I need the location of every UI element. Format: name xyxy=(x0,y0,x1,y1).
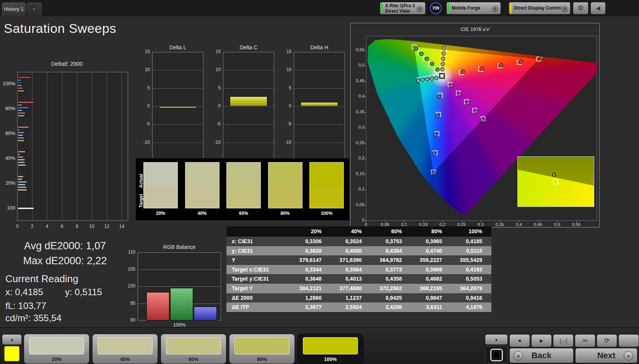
table-cell: 0,4185 xyxy=(451,238,482,244)
current-y: y: 0,5115 xyxy=(65,287,102,297)
gridline xyxy=(223,106,274,107)
actual-swatch xyxy=(227,162,260,185)
de-bar-80% xyxy=(18,115,25,117)
refresh-button[interactable]: ⟳ xyxy=(597,334,617,347)
gridline xyxy=(294,70,345,70)
tab-history-1[interactable]: History 1 xyxy=(2,2,26,16)
current-fl: fL: 103,77 xyxy=(5,301,46,311)
table-row: Target y:CIE310,36480,40130,43580,46820,… xyxy=(226,274,491,284)
chevron-down-icon[interactable]: ▼ xyxy=(491,5,499,12)
y-tick-label: 0 xyxy=(208,103,221,109)
step-button[interactable]: [↔] xyxy=(553,334,574,347)
pattern-button-80%[interactable]: 80% xyxy=(229,334,294,364)
next-button[interactable]: Next » xyxy=(575,348,637,363)
stop-button[interactable]: ■ xyxy=(509,334,530,347)
de-bar-80% xyxy=(18,107,29,109)
meter-dropdown[interactable]: X-Rite i1Pro 3 Direct View ▼ xyxy=(380,2,426,15)
source-dropdown[interactable]: Mobile Forge ▼ xyxy=(446,2,501,15)
table-cell: 0,9416 xyxy=(451,295,482,301)
pattern-button-100%[interactable]: 100% xyxy=(298,334,363,364)
new-tab-button[interactable]: + xyxy=(27,2,42,16)
y-tick-label: -10 xyxy=(278,140,291,145)
de-bar-100 xyxy=(18,207,34,210)
y-tick-label: 0 xyxy=(137,103,150,109)
pattern-window-up-button[interactable]: ▲ xyxy=(485,334,508,345)
y-tick-label: 0 xyxy=(351,218,364,222)
x-tick-label: 8 xyxy=(72,224,81,229)
y-tick xyxy=(364,205,366,206)
swatch-level-label: 60% xyxy=(223,211,265,216)
source-name: Mobile Forge xyxy=(452,5,480,11)
play-button[interactable]: ▶ xyxy=(531,334,552,347)
gridline xyxy=(294,143,345,143)
actual-marker-magenta xyxy=(474,110,478,114)
pattern-button-40%[interactable]: 40% xyxy=(93,334,158,364)
y-tick-label: 15 xyxy=(278,49,291,54)
y-tick xyxy=(364,174,366,175)
pattern-label: 100% xyxy=(298,356,363,362)
table-row: ΔE ITP2,36772,59242,42063,63114,1876 xyxy=(226,302,491,312)
current-pattern-swatch[interactable] xyxy=(4,346,20,361)
pattern-swatch xyxy=(234,337,289,354)
de-bar-40% xyxy=(18,153,20,156)
de-bar-100% xyxy=(18,87,23,89)
y-tick xyxy=(364,50,366,51)
extra-button[interactable] xyxy=(618,334,639,347)
table-row: Target Y384,2121377,4680372,2862368,2195… xyxy=(226,284,491,293)
table-cell: 0,4740 xyxy=(411,248,442,254)
chevron-down-icon[interactable]: ▼ xyxy=(561,5,568,12)
table-cell: 372,2862 xyxy=(371,285,402,291)
cie-zoom-inset xyxy=(517,156,594,207)
target-swatch xyxy=(144,185,177,208)
x-tick-label: 10 xyxy=(87,224,96,229)
table-cell: 2,3677 xyxy=(291,304,322,310)
table-cell: 1,1237 xyxy=(331,295,362,301)
inset-target-marker xyxy=(553,179,558,184)
colorspace-badge[interactable]: 709 xyxy=(430,2,442,14)
y-tick-label: 10 xyxy=(278,67,291,72)
actual-marker-red xyxy=(499,63,503,67)
table-cell: 0,4193 xyxy=(451,266,482,273)
next-button-label: Next xyxy=(597,351,616,360)
back-button[interactable]: « Back xyxy=(509,348,574,363)
gridline xyxy=(294,106,345,107)
gridline xyxy=(294,124,345,125)
swatch-pair-60% xyxy=(226,162,261,208)
pattern-window-button[interactable] xyxy=(485,346,508,363)
x-tick xyxy=(519,221,519,222)
pattern-button-60%[interactable]: 60% xyxy=(161,334,226,364)
inset-actual-marker xyxy=(552,173,556,177)
group-label: 100 xyxy=(0,205,15,211)
y-tick-label: 100 xyxy=(122,283,135,289)
display-control-dropdown[interactable]: Direct Display Control ▼ xyxy=(509,2,571,15)
table-cell: 0,3773 xyxy=(371,266,402,273)
x-tick-label: 0 xyxy=(13,224,22,229)
actual-marker-magenta xyxy=(466,101,470,105)
actual-marker-cyan xyxy=(416,79,420,83)
gridline xyxy=(77,72,77,221)
x-tick xyxy=(538,221,538,222)
table-cell: 0,3969 xyxy=(411,266,442,273)
y-tick xyxy=(364,66,366,66)
rgb-balance-title: RGB Balance xyxy=(138,244,221,250)
de-bar-100% xyxy=(18,76,31,79)
swatch-pair-40% xyxy=(185,162,220,208)
actual-marker-blue xyxy=(434,133,437,137)
pattern-list-up-button[interactable]: ▲ xyxy=(2,334,22,345)
y-tick-label: 0,05 xyxy=(351,202,364,207)
gridline xyxy=(122,72,122,221)
back-button-label: Back xyxy=(532,351,552,360)
y-tick-label: 5 xyxy=(278,85,291,91)
y-tick-label: -10 xyxy=(208,140,221,145)
collapse-panel-button[interactable]: ◀ xyxy=(590,2,606,15)
pattern-button-20%[interactable]: 20% xyxy=(24,334,89,364)
settings-button[interactable]: ⚙ xyxy=(573,2,589,15)
loop-button[interactable]: ∞ xyxy=(575,334,595,347)
chevron-down-icon[interactable]: ▼ xyxy=(416,5,423,12)
group-label: 100% xyxy=(0,81,15,86)
gridline xyxy=(223,143,274,143)
tab-strip: History 1 + X-Rite i1Pro 3 Direct View ▼… xyxy=(0,0,639,16)
y-tick-label: 10 xyxy=(137,67,150,72)
actual-marker-magenta xyxy=(449,84,453,88)
gridline xyxy=(47,72,47,221)
